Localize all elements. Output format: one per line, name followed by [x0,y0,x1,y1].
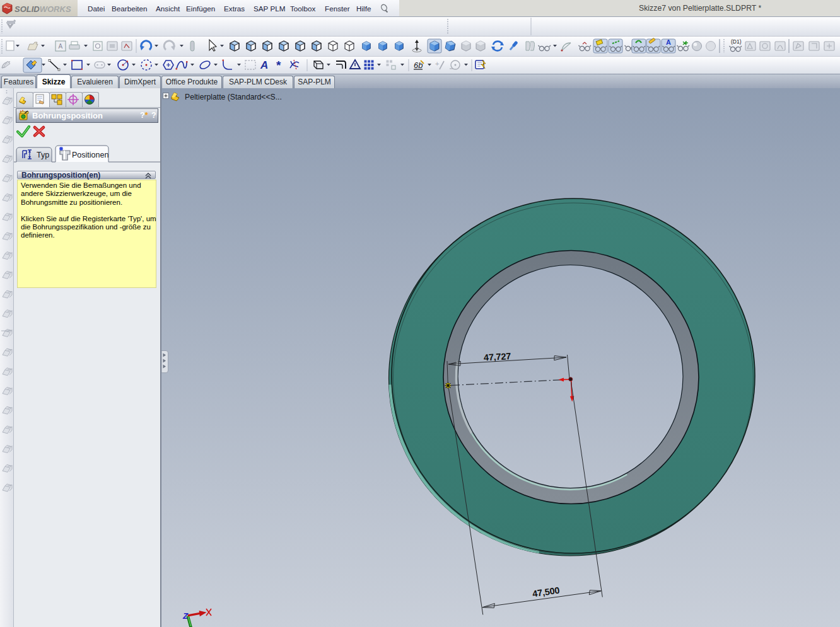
svg-text:SOLIDWORKS: SOLIDWORKS [15,4,71,14]
svg-text:A: A [666,38,671,46]
svg-text:47,727: 47,727 [484,351,511,363]
svg-text:Z: Z [182,611,189,621]
svg-text:*: * [276,59,281,72]
svg-text:A: A [260,59,268,71]
svg-text:Peltierplatte (Standard<<S...: Peltierplatte (Standard<<S... [185,93,282,101]
svg-text:Positionen: Positionen [72,151,108,159]
svg-text:(D1): (D1) [731,38,742,45]
svg-text:Typ: Typ [37,151,49,159]
svg-text:A: A [59,43,63,50]
svg-text:+: + [435,60,439,67]
